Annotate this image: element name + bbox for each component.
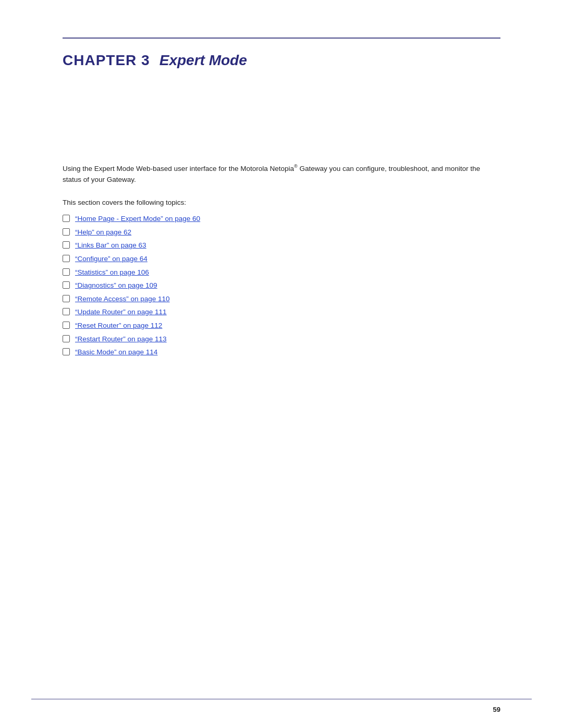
list-item: “Reset Router” on page 112 bbox=[63, 320, 500, 331]
toc-list: “Home Page - Expert Mode” on page 60 “He… bbox=[63, 213, 500, 358]
content-area: CHAPTER 3 Expert Mode Using the Expert M… bbox=[63, 0, 500, 358]
list-item: “Statistics” on page 106 bbox=[63, 267, 500, 278]
top-rule bbox=[63, 38, 500, 39]
toc-link-diagnostics[interactable]: “Diagnostics” on page 109 bbox=[75, 280, 157, 291]
toc-link-help[interactable]: “Help” on page 62 bbox=[75, 227, 131, 238]
section-intro: This section covers the following topics… bbox=[63, 197, 500, 208]
page-number: 59 bbox=[493, 706, 500, 713]
chapter-label: CHAPTER 3 bbox=[63, 52, 150, 69]
toc-link-home-page[interactable]: “Home Page - Expert Mode” on page 60 bbox=[75, 213, 200, 225]
checkbox-icon bbox=[63, 308, 70, 315]
list-item: “Restart Router” on page 113 bbox=[63, 334, 500, 345]
chapter-title: Expert Mode bbox=[160, 52, 247, 69]
checkbox-icon bbox=[63, 281, 70, 289]
checkbox-icon bbox=[63, 268, 70, 276]
list-item: “Remote Access” on page 110 bbox=[63, 293, 500, 305]
list-item: “Basic Mode” on page 114 bbox=[63, 347, 500, 358]
chapter-header: CHAPTER 3 Expert Mode bbox=[63, 47, 500, 69]
list-item: “Help” on page 62 bbox=[63, 227, 500, 238]
bottom-rule bbox=[31, 699, 532, 699]
toc-link-remote-access[interactable]: “Remote Access” on page 110 bbox=[75, 293, 170, 305]
list-item: “Update Router” on page 111 bbox=[63, 306, 500, 318]
toc-link-links-bar[interactable]: “Links Bar” on page 63 bbox=[75, 240, 146, 251]
intro-paragraph-1: Using the Expert Mode Web-based user int… bbox=[63, 163, 500, 186]
checkbox-icon bbox=[63, 322, 70, 329]
checkbox-icon bbox=[63, 348, 70, 355]
list-item: “Home Page - Expert Mode” on page 60 bbox=[63, 213, 500, 225]
toc-link-basic-mode[interactable]: “Basic Mode” on page 114 bbox=[75, 347, 157, 358]
checkbox-icon bbox=[63, 241, 70, 249]
toc-link-reset-router[interactable]: “Reset Router” on page 112 bbox=[75, 320, 162, 331]
checkbox-icon bbox=[63, 228, 70, 236]
toc-link-restart-router[interactable]: “Restart Router” on page 113 bbox=[75, 334, 167, 345]
checkbox-icon bbox=[63, 335, 70, 342]
checkbox-icon bbox=[63, 295, 70, 302]
checkbox-icon bbox=[63, 215, 70, 222]
toc-link-update-router[interactable]: “Update Router” on page 111 bbox=[75, 306, 167, 318]
page-container: CHAPTER 3 Expert Mode Using the Expert M… bbox=[0, 0, 563, 728]
list-item: “Diagnostics” on page 109 bbox=[63, 280, 500, 291]
checkbox-icon bbox=[63, 255, 70, 262]
list-item: “Configure” on page 64 bbox=[63, 253, 500, 265]
toc-link-configure[interactable]: “Configure” on page 64 bbox=[75, 253, 148, 265]
list-item: “Links Bar” on page 63 bbox=[63, 240, 500, 251]
toc-link-statistics[interactable]: “Statistics” on page 106 bbox=[75, 267, 149, 278]
